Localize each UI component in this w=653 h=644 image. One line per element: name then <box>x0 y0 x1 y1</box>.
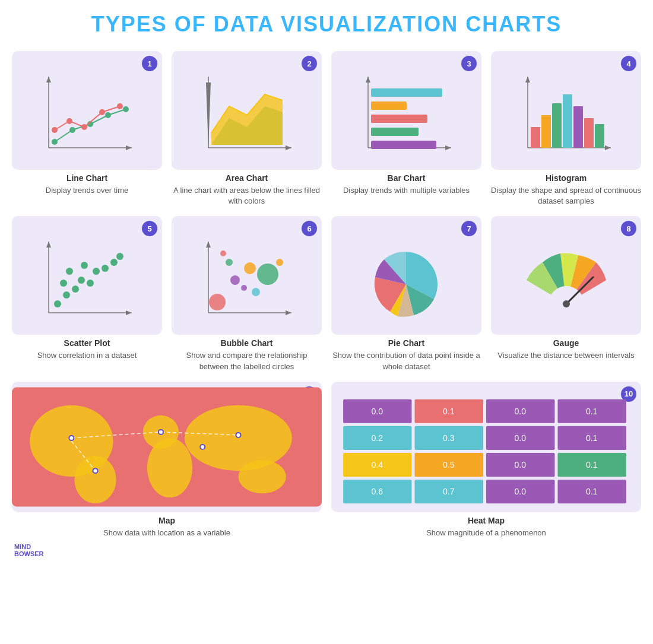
svg-point-49 <box>93 268 100 275</box>
chart-box-8: 8 <box>491 216 641 335</box>
row-2: 5 Scatter Plot Show <box>12 216 641 372</box>
chart-item-3: 3 Bar Chart Display trends with multiple… <box>331 51 481 207</box>
chart-label-10: Heat Map <box>468 516 505 525</box>
svg-text:0.3: 0.3 <box>443 433 455 443</box>
svg-point-83 <box>69 436 73 440</box>
svg-rect-24 <box>371 88 442 97</box>
svg-point-87 <box>236 433 240 437</box>
svg-point-53 <box>66 268 73 275</box>
svg-marker-22 <box>366 77 370 83</box>
svg-marker-3 <box>126 145 132 150</box>
svg-point-10 <box>66 118 72 124</box>
svg-rect-33 <box>531 127 540 148</box>
svg-point-78 <box>238 460 286 493</box>
chart-desc-10: Show magnitude of a phenomenon <box>426 528 546 538</box>
svg-point-9 <box>52 127 58 133</box>
svg-point-48 <box>87 280 94 287</box>
row-1: 1 <box>12 51 641 207</box>
title-part2: Charts <box>465 12 562 36</box>
chart-item-2: 2 Area Chart A line chart with areas bel… <box>172 51 322 207</box>
chart-box-5: 5 <box>12 216 162 335</box>
svg-point-55 <box>60 280 67 287</box>
badge-4: 4 <box>621 56 636 71</box>
svg-text:0.1: 0.1 <box>443 407 455 416</box>
svg-marker-2 <box>46 77 51 83</box>
svg-text:0.0: 0.0 <box>514 487 526 496</box>
svg-point-89 <box>94 469 97 472</box>
svg-point-91 <box>201 445 204 449</box>
svg-marker-17 <box>286 145 291 150</box>
svg-rect-27 <box>371 128 419 136</box>
svg-point-13 <box>117 103 123 109</box>
chart-box-6: 6 <box>172 216 322 335</box>
chart-label-4: Histogram <box>546 173 587 183</box>
chart-item-1: 1 <box>12 51 162 207</box>
svg-point-51 <box>110 259 118 266</box>
chart-item-6: 6 Bubble Chart Show and compare the rela… <box>172 216 322 372</box>
chart-box-1: 1 <box>12 51 162 170</box>
svg-point-64 <box>226 259 233 266</box>
svg-point-47 <box>78 277 85 284</box>
svg-marker-58 <box>206 242 211 248</box>
chart-box-9: 9 <box>12 382 322 512</box>
svg-text:0.6: 0.6 <box>372 487 383 496</box>
chart-desc-5: Show correlation in a dataset <box>37 350 137 361</box>
badge-1: 1 <box>142 56 157 71</box>
page-title: Types of Data Visualization Charts <box>12 12 641 37</box>
svg-text:0.1: 0.1 <box>586 460 598 469</box>
svg-point-45 <box>63 291 70 299</box>
title-part1: Types of Data Visualization <box>91 12 466 36</box>
chart-label-6: Bubble Chart <box>221 338 273 348</box>
svg-rect-37 <box>573 106 583 148</box>
footer: MINDBOWSER <box>12 538 641 557</box>
svg-point-46 <box>72 285 79 293</box>
badge-7: 7 <box>461 221 477 236</box>
badge-5: 5 <box>142 221 157 236</box>
svg-point-62 <box>244 262 256 274</box>
svg-text:0.0: 0.0 <box>514 460 526 469</box>
svg-rect-28 <box>371 141 436 149</box>
chart-desc-2: A line chart with areas below the lines … <box>172 185 322 207</box>
badge-2: 2 <box>302 56 317 71</box>
svg-marker-19 <box>211 94 283 145</box>
svg-rect-39 <box>595 124 604 148</box>
svg-rect-34 <box>541 115 551 148</box>
chart-desc-4: Display the shape and spread of continuo… <box>491 185 641 207</box>
chart-item-9: 9 <box>12 382 322 538</box>
chart-item-8: 8 Gauge Visualize the distanc <box>491 216 641 372</box>
chart-label-7: Pie Chart <box>388 338 424 348</box>
chart-desc-6: Show and compare the relationship betwee… <box>172 350 322 372</box>
logo: MINDBOWSER <box>14 543 44 557</box>
svg-point-7 <box>105 112 111 118</box>
chart-label-1: Line Chart <box>66 173 107 183</box>
chart-desc-1: Display trends over time <box>46 185 128 196</box>
svg-point-8 <box>123 106 129 112</box>
badge-6: 6 <box>302 221 317 236</box>
svg-text:0.0: 0.0 <box>514 433 526 443</box>
svg-point-74 <box>74 456 116 503</box>
svg-point-63 <box>257 264 278 285</box>
svg-text:0.5: 0.5 <box>443 460 455 469</box>
chart-box-7: 7 <box>331 216 481 335</box>
svg-point-61 <box>230 275 240 285</box>
svg-point-60 <box>209 294 226 310</box>
chart-item-10: 10 0.0 0.1 0.0 0.1 0.2 0.3 0.0 <box>331 382 641 538</box>
svg-point-50 <box>102 265 109 272</box>
svg-rect-25 <box>371 101 407 110</box>
svg-rect-36 <box>563 94 572 148</box>
chart-desc-3: Display trends with multiple variables <box>343 185 470 196</box>
chart-item-7: 7 Pie Chart Show the contribu <box>331 216 481 372</box>
svg-point-54 <box>81 262 88 269</box>
svg-text:0.2: 0.2 <box>372 433 383 443</box>
svg-text:0.1: 0.1 <box>586 407 598 416</box>
svg-text:0.0: 0.0 <box>372 407 383 416</box>
svg-marker-42 <box>46 242 51 248</box>
chart-item-5: 5 Scatter Plot Show <box>12 216 162 372</box>
chart-box-10: 10 0.0 0.1 0.0 0.1 0.2 0.3 0.0 <box>331 382 641 512</box>
svg-marker-32 <box>605 145 611 150</box>
svg-point-66 <box>252 288 260 296</box>
svg-rect-26 <box>371 115 427 123</box>
chart-label-9: Map <box>159 516 175 525</box>
svg-text:0.0: 0.0 <box>514 407 526 416</box>
svg-point-5 <box>69 127 75 133</box>
